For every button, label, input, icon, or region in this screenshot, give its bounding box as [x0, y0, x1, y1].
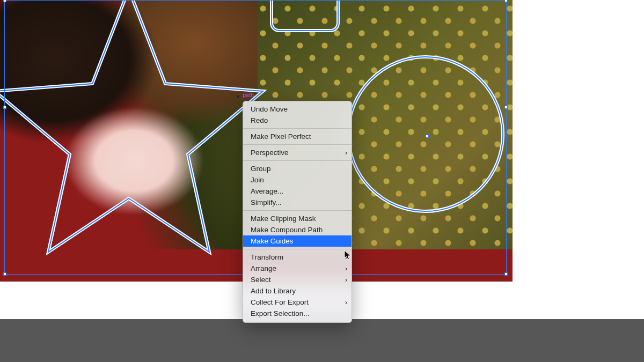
menu-item-perspective[interactable]: Perspective› [243, 147, 352, 158]
resize-handle-e[interactable] [504, 106, 508, 109]
menu-item-arrange[interactable]: Arrange› [243, 263, 352, 274]
menu-item-undo-move[interactable]: Undo Move [243, 104, 352, 115]
menu-item-join[interactable]: Join [243, 174, 352, 186]
menu-item-make-pixel-perfect[interactable]: Make Pixel Perfect [243, 131, 352, 142]
chevron-right-icon: › [345, 254, 347, 261]
resize-handle-se[interactable] [504, 272, 508, 276]
menu-item-group[interactable]: Group [243, 163, 352, 174]
resize-handle-w[interactable] [3, 106, 6, 109]
chevron-right-icon: › [345, 265, 347, 272]
menu-item-collect-for-export[interactable]: Collect For Export› [243, 297, 352, 308]
menu-item-make-compound-path[interactable]: Make Compound Path [243, 224, 352, 235]
context-menu[interactable]: Undo MoveRedoMake Pixel PerfectPerspecti… [243, 101, 352, 323]
menu-item-transform[interactable]: Transform› [243, 252, 352, 263]
menu-item-make-guides[interactable]: Make Guides [243, 235, 352, 247]
menu-item-export-selection[interactable]: Export Selection... [243, 308, 352, 319]
resize-handle-sw[interactable] [3, 272, 6, 276]
chevron-right-icon: › [345, 276, 347, 284]
chevron-right-icon: › [345, 149, 347, 157]
menu-item-select[interactable]: Select› [243, 274, 352, 285]
resize-handle-nw[interactable] [3, 0, 6, 2]
anchor-x-icon: × [236, 93, 239, 100]
menu-item-add-to-library[interactable]: Add to Library [243, 285, 352, 297]
center-point[interactable] [426, 135, 429, 138]
resize-handle-ne[interactable] [504, 0, 508, 2]
menu-item-simplify[interactable]: Simplify... [243, 197, 352, 208]
chevron-right-icon: › [345, 299, 347, 306]
smart-guide-label: path [243, 92, 254, 98]
menu-item-redo[interactable]: Redo [243, 115, 352, 126]
menu-item-average[interactable]: Average... [243, 186, 352, 197]
menu-item-make-clipping-mask[interactable]: Make Clipping Mask [243, 213, 352, 224]
app-bottom-bar [0, 319, 644, 362]
